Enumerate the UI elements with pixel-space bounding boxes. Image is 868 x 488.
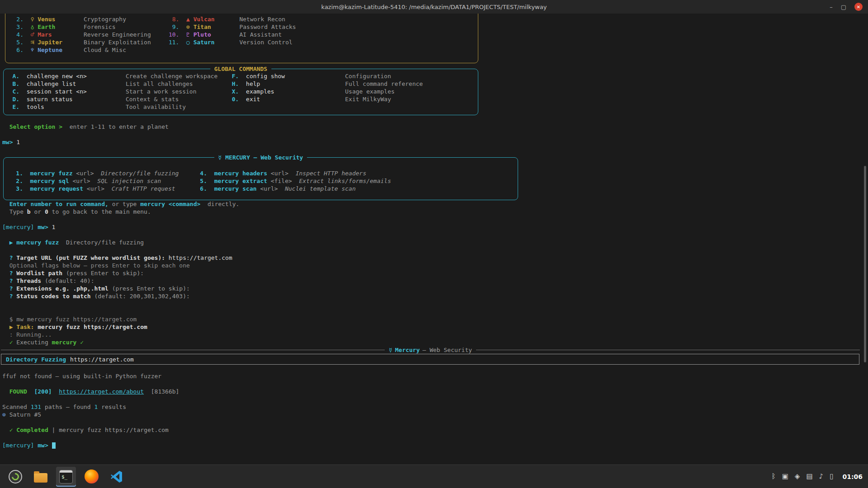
text-run: tools xyxy=(19,103,44,110)
separator-rule xyxy=(1,350,385,350)
text-run: Binary Exploitation xyxy=(62,39,151,46)
text-run: Optional flags below — press Enter to sk… xyxy=(2,262,190,269)
fuzzing-result-panel: Directory Fuzzing https://target.com xyxy=(1,354,859,365)
text-run: 131 xyxy=(31,404,41,410)
menu-button[interactable] xyxy=(5,467,25,487)
terminal-button[interactable]: $_ xyxy=(56,467,76,487)
text-run: <file> xyxy=(267,178,292,184)
text-run: 5. xyxy=(161,178,207,184)
text-run xyxy=(190,31,193,38)
vscode-icon xyxy=(110,470,123,483)
text-run: [81366b] xyxy=(144,388,179,395)
text-run: <url> xyxy=(83,185,104,192)
text-run: ✓ xyxy=(76,339,84,346)
text-run: challenge new <n> xyxy=(19,73,87,80)
text-run: Select option > xyxy=(2,123,62,130)
clock[interactable]: 01:06 xyxy=(842,473,863,480)
check-icon: ✓ xyxy=(2,339,16,346)
mercury-menu-title: ☿ MERCURY — Web Security xyxy=(214,154,307,161)
text-run: X. xyxy=(197,88,239,95)
terminal-line: ? Status codes to match (default: 200,30… xyxy=(2,292,868,300)
text-run: 3. xyxy=(2,185,23,192)
mercury-menu-lines: 1. mercury fuzz <url> Directory/file fuz… xyxy=(2,169,518,192)
taskbar-apps: $_ xyxy=(5,465,127,488)
bluetooth-icon[interactable]: ᛒ xyxy=(772,473,776,480)
terminal-line xyxy=(2,418,868,426)
text-run: (default: 200,301,302,403): xyxy=(91,293,190,300)
terminal-output[interactable]: 2. ♀ Venus Cryptography 8. ▲ Vulcan Netw… xyxy=(0,14,868,465)
terminal-line: ▶ Task: mercury fuzz https://target.com xyxy=(2,323,868,331)
terminal-line: 1. mercury fuzz <url> Directory/file fuz… xyxy=(2,169,518,177)
text-run: Tool availability xyxy=(44,103,186,110)
text-run: <url> xyxy=(257,185,278,192)
text-run: 10. xyxy=(151,31,186,38)
window-controls: – ▢ ✕ xyxy=(830,0,863,14)
spinner-text: : Running... xyxy=(2,331,52,338)
text-run xyxy=(190,39,193,46)
terminal-line: 4. ♂ Mars Reverse Engineering 10. ♇ Plut… xyxy=(2,31,868,38)
mercury-menu-panel: ☿ MERCURY — Web Security 1. mercury fuzz… xyxy=(3,157,518,200)
text-run: ? xyxy=(2,270,16,277)
text-run: Vulcan xyxy=(193,16,215,23)
text-run: | mercury fuzz https://target.com xyxy=(48,427,169,433)
taskbar: $_ ᛒ▣◈▤♪▯01:06 xyxy=(0,465,868,488)
text-run: Usage examples xyxy=(274,88,395,95)
text-run: paths — found xyxy=(41,404,94,410)
global-commands-title: GLOBAL COMMANDS xyxy=(210,65,271,73)
text-run: SQL injection scan xyxy=(90,178,161,184)
text-run: Extensions e.g. .php,.html xyxy=(16,285,108,292)
task-arrow-icon: ▶ xyxy=(2,324,16,330)
device-icon[interactable]: ▯ xyxy=(830,473,833,480)
shield-icon[interactable]: ◈ xyxy=(795,473,800,480)
terminal-line: ? Threads (default: 40): xyxy=(2,277,868,285)
result-lines: ffuf not found — using built-in Python f… xyxy=(2,365,868,449)
titan-icon: ⊚ xyxy=(186,23,190,30)
text-run: [mercury] xyxy=(2,442,34,449)
maximize-button[interactable]: ▢ xyxy=(841,4,846,10)
text-run: Saturn xyxy=(193,39,215,46)
text-run: Configuration xyxy=(285,73,391,80)
text-run: mw> xyxy=(2,139,13,145)
text-run: H. xyxy=(193,80,239,87)
network-icon[interactable]: ▤ xyxy=(806,473,812,480)
terminal-line xyxy=(2,365,868,372)
text-run: Saturn #5 xyxy=(9,411,41,418)
terminal-line: [mercury] mw> 1 xyxy=(2,223,868,231)
text-run: examples xyxy=(239,88,274,95)
text-run: F. xyxy=(217,73,239,80)
text-run: $ mw mercury fuzz https://target.com xyxy=(2,316,137,323)
folder-icon xyxy=(34,473,47,483)
scrollbar-thumb[interactable] xyxy=(864,166,866,362)
planet-menu-lines: 2. ♀ Venus Cryptography 8. ▲ Vulcan Netw… xyxy=(2,15,868,61)
text-run: Scanned xyxy=(2,404,31,410)
text-run: mercury scan xyxy=(207,185,257,192)
text-run: <url> xyxy=(73,170,94,177)
firefox-button[interactable] xyxy=(81,467,101,487)
text-run: 2. xyxy=(2,178,23,184)
vscode-button[interactable] xyxy=(107,467,127,487)
result-link[interactable]: https://target.com/about xyxy=(59,388,144,395)
minimize-button[interactable]: – xyxy=(830,4,833,10)
text-run: 3. xyxy=(2,23,31,30)
text-run: ? xyxy=(2,254,16,261)
text-run: Wordlist path xyxy=(16,270,62,277)
text-run: Task: xyxy=(16,324,38,330)
text-run: Earth xyxy=(38,23,55,30)
panel-url: https://target.com xyxy=(70,356,134,363)
text-run: Enter number to run command, xyxy=(2,201,108,207)
text-run: Executing xyxy=(16,339,52,346)
volume-icon[interactable]: ♪ xyxy=(819,473,824,480)
terminal-line xyxy=(2,395,868,403)
terminal-line: $ mw mercury fuzz https://target.com xyxy=(2,315,868,323)
text-run: 2. xyxy=(2,16,31,23)
close-button[interactable]: ✕ xyxy=(854,3,863,11)
text-run: Neptune xyxy=(38,47,62,53)
text-run: mercury request xyxy=(23,185,83,192)
text-run: Type xyxy=(2,208,27,215)
file-manager-button[interactable] xyxy=(31,467,51,487)
text-run: session start <n> xyxy=(19,88,87,95)
text-run: 9. xyxy=(115,23,186,30)
text-run: directly. xyxy=(200,201,239,207)
text-run: enter 1-11 to enter a planet xyxy=(62,123,169,130)
clipboard-icon[interactable]: ▣ xyxy=(782,473,788,480)
